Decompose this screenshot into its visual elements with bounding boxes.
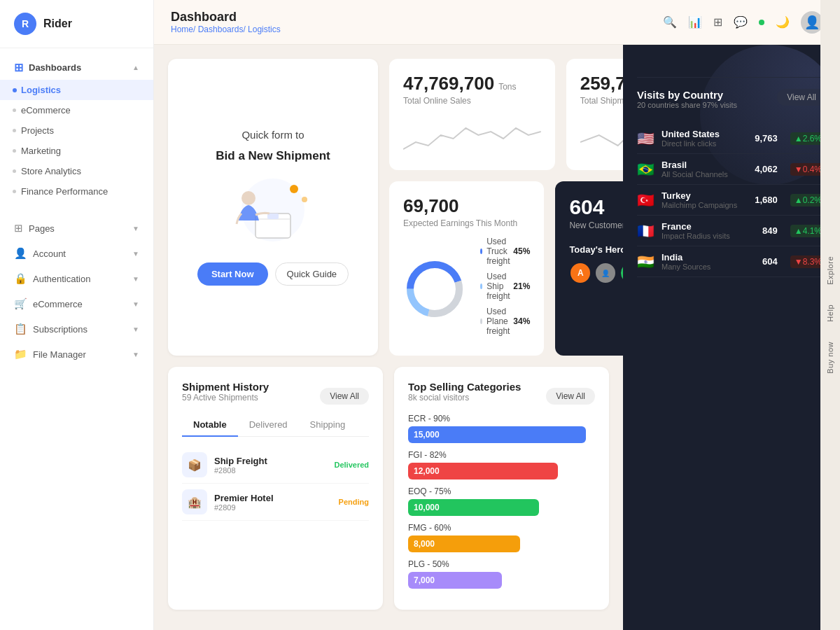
sidebar-item-label: Logistics (21, 85, 61, 95)
sidebar-category-pages[interactable]: ⊞ Pages ▼ (0, 216, 153, 241)
explore-action[interactable]: Explore (822, 246, 839, 295)
chat-icon[interactable]: 💬 (734, 15, 748, 29)
heroes-avatars: A 👤 S P 👤 +2 (569, 262, 623, 284)
hero-avatar-a: A (569, 262, 592, 284)
header-left: Dashboard Home/ Dashboards/ Logistics (171, 10, 281, 34)
promo-illustration (217, 172, 329, 248)
sidebar-item-label: Store Analytics (21, 166, 81, 176)
dashboards-icon: ⊞ (14, 61, 23, 74)
france-visits: 849 (762, 225, 778, 236)
ship-label: Used Ship freight (486, 272, 513, 301)
india-info: India Many Sources (662, 252, 755, 271)
grid-icon[interactable]: ⊞ (713, 15, 722, 29)
dashboards-header[interactable]: ⊞ Dashboards ▲ (0, 55, 153, 80)
sidebar-category-subscriptions[interactable]: 📋 Subscriptions ▼ (0, 316, 153, 342)
sidebar-category-ecommerce2[interactable]: 🛒 eCommerce ▼ (0, 291, 153, 316)
top-selling-card: Top Selling Categories 8k social visitor… (394, 367, 609, 610)
plg-bar: 7,000 (408, 572, 502, 589)
sidebar-item-marketing[interactable]: Marketing (0, 141, 153, 161)
buy-now-action[interactable]: Buy now (822, 332, 839, 384)
shipment-status-2: Pending (339, 498, 369, 506)
legend-truck: Used Truck freight 45% (480, 237, 530, 266)
plane-pct: 34% (513, 316, 530, 326)
countries-section: Visits by Country 20 countries share 97%… (623, 45, 840, 291)
sidebar-item-store-analytics[interactable]: Store Analytics (0, 161, 153, 181)
sidebar-item-finance-performance[interactable]: Finance Performance (0, 181, 153, 202)
tab-shipping[interactable]: Shipping (299, 414, 357, 437)
total-shipments-value: 259,786 (580, 73, 623, 94)
auth-icon: 🔒 (14, 272, 27, 285)
sidebar-item-projects[interactable]: Projects (0, 120, 153, 141)
start-now-button[interactable]: Start Now (197, 262, 268, 286)
account-icon: 👤 (14, 247, 27, 260)
bar-plg: PLG - 50% 7,000 (408, 559, 595, 589)
breadcrumb-home: Home/ (171, 24, 198, 34)
quick-guide-button[interactable]: Quick Guide (275, 262, 349, 286)
shipment-status: Delivered (334, 461, 369, 469)
shipment-info: Ship Freight #2808 (214, 456, 267, 475)
shipment-subtitle: 59 Active Shipments (182, 393, 269, 402)
country-turkey: 🇹🇷 Turkey Mailchimp Campaigns 1,680 ▲0.2… (637, 185, 826, 216)
truck-label: Used Truck freight (486, 237, 513, 266)
countries-view-all[interactable]: View All (777, 89, 826, 106)
breadcrumb-current: Logistics (248, 24, 281, 34)
search-icon[interactable]: 🔍 (663, 15, 677, 29)
ecom-label: eCommerce (33, 299, 83, 309)
brasil-info: Brasil All Social Channels (662, 160, 748, 178)
total-shipments-label: Total Shipments (580, 96, 623, 106)
promo-buttons: Start Now Quick Guide (197, 262, 349, 286)
sidebar-item-ecommerce[interactable]: eCommerce (0, 100, 153, 120)
tab-notable[interactable]: Notable (182, 414, 238, 437)
bar-eoq: EOQ - 75% 10,000 (408, 486, 595, 516)
selling-subtitle: 8k social visitors (408, 393, 521, 402)
usa-visits: 9,763 (755, 133, 778, 144)
truck-pct: 45% (513, 246, 530, 256)
selling-view-all[interactable]: View All (546, 388, 595, 405)
shipment-item-1: 📦 Ship Freight #2808 Delivered (182, 447, 369, 484)
logo-icon: R (14, 13, 36, 35)
analytics-icon[interactable]: 📊 (688, 15, 702, 29)
france-sub: Impact Radius visits (662, 232, 755, 240)
breadcrumb: Home/ Dashboards/ Logistics (171, 24, 281, 34)
logo-area[interactable]: R Rider (0, 0, 153, 48)
breadcrumb-dashboards: Dashboards/ (198, 24, 248, 34)
countries-header: Visits by Country 20 countries share 97%… (637, 89, 826, 120)
sidebar-category-account[interactable]: 👤 Account ▼ (0, 241, 153, 266)
auth-label: Authentication (33, 274, 90, 284)
sidebar-category-authentication[interactable]: 🔒 Authentication ▼ (0, 266, 153, 291)
header-right: 🔍 📊 ⊞ 💬 🌙 👤 (663, 11, 823, 34)
sidebar-item-logistics[interactable]: Logistics (0, 80, 153, 100)
help-action[interactable]: Help (822, 295, 839, 332)
ecom-chevron: ▼ (132, 300, 139, 308)
svg-point-5 (290, 185, 298, 193)
ecr-bar: 15,000 (408, 426, 586, 443)
usa-name: United States (662, 129, 748, 139)
sidebar-item-label: eCommerce (21, 105, 71, 115)
truck-dot (480, 248, 482, 254)
brasil-visits: 4,062 (755, 164, 778, 174)
pages-label: Pages (29, 223, 55, 234)
promo-card: Quick form to Bid a New Shipment (168, 59, 378, 356)
usa-info: United States Direct link clicks (662, 129, 748, 148)
sidebar-item-label: Projects (21, 125, 54, 136)
ecr-label: ECR - 90% (408, 414, 595, 424)
auth-chevron: ▼ (132, 275, 139, 283)
sidebar-category-file-manager[interactable]: 📁 File Manager ▼ (0, 342, 153, 367)
svg-point-6 (302, 197, 307, 202)
shipment-icon: 📦 (182, 452, 207, 477)
total-shipments-card: 259,786 Total Shipments (566, 59, 623, 170)
shipment-info-2: Premier Hotel #2809 (214, 493, 274, 512)
total-sales-card: 47,769,700 Tons Total Online Sales (389, 59, 555, 170)
country-india: 🇮🇳 India Many Sources 604 ▼8.3% (637, 246, 826, 277)
customers-card: 604 New Customers This Month Today's Her… (555, 181, 623, 356)
sidebar-item-label: Finance Performance (21, 186, 108, 197)
tab-delivered[interactable]: Delivered (238, 414, 299, 437)
pages-chevron: ▼ (132, 225, 139, 232)
moon-icon[interactable]: 🌙 (776, 15, 790, 29)
svg-point-4 (241, 191, 255, 205)
shipment-view-all[interactable]: View All (320, 388, 369, 405)
promo-title: Quick form to (241, 129, 304, 141)
selling-header: Top Selling Categories 8k social visitor… (408, 381, 595, 411)
heroes-section: Today's Heroes A 👤 S P 👤 (569, 244, 623, 284)
hero-avatar-s1: 👤 (594, 262, 617, 284)
